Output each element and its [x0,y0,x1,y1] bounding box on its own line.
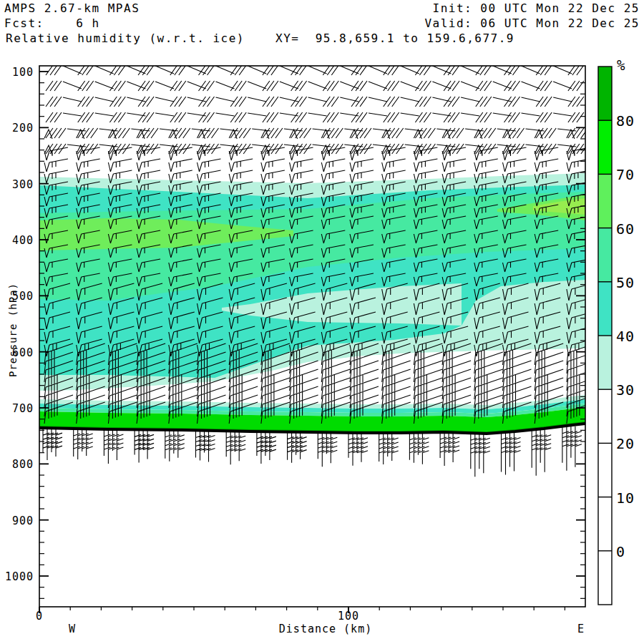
wind-barb [567,159,590,172]
wind-barb [291,81,327,91]
surface-wind-cluster [318,432,337,467]
wind-barb [291,97,327,107]
colorbar-segment [598,67,612,121]
wind-barb [291,112,327,122]
wind-barb [77,147,100,160]
wind-barb [170,65,206,75]
surface-wind-cluster [440,432,459,466]
wind-barb [535,128,576,139]
colorbar-tick-label: 10 [616,489,635,505]
wind-barb [263,97,298,107]
wind-barb [535,144,576,155]
wind-barb [170,112,206,122]
pressure-tick-label: 700 [0,402,34,414]
wind-barb [170,81,206,91]
wind-barb [199,81,235,91]
wind-barb [290,144,331,155]
wind-barb [351,81,387,91]
wind-barb [474,159,498,172]
wind-barb [108,147,132,160]
wind-barb [415,65,451,75]
wind-barb [230,81,266,91]
colorbar [598,67,612,605]
wind-barb [384,81,419,91]
wind-barb [503,144,545,155]
surface-wind-cluster [471,433,490,477]
x-axis-title: Distance (km) [268,623,383,635]
wind-barb [321,147,345,160]
pressure-tick-label: 900 [0,514,34,526]
wind-barb [109,97,145,107]
surface-wind-cluster [43,428,62,460]
wind-barb [78,112,114,122]
wind-barb [229,144,270,155]
wind-barb [290,128,331,139]
surface-wind-cluster [532,430,551,476]
wind-barb [169,147,192,160]
wind-barb [536,112,572,122]
surface-wind-cluster [135,429,154,462]
wind-barb [197,128,239,139]
wind-barb [229,159,253,172]
wind-barb [77,144,118,155]
pressure-tick-label: 800 [0,458,34,469]
wind-barb [535,147,558,160]
wind-barb [78,81,114,91]
wind-barb [442,147,466,160]
wind-barb [263,112,298,122]
wind-barb [382,159,406,172]
wind-barb [536,65,572,75]
wind-barb [444,97,479,107]
wind-barb [46,65,82,75]
wind-barb [350,147,374,160]
wind-barb [138,81,174,91]
wind-barb [44,144,86,155]
colorbar-segment [598,282,612,336]
wind-barb [77,128,118,139]
wind-barb [444,65,479,75]
colorbar-tick-label: 0 [616,543,625,559]
wind-barb [384,112,419,122]
wind-barb [261,170,285,183]
pressure-tick-label: 600 [0,346,34,358]
wind-barb [199,65,235,75]
colorbar-segment [598,389,612,444]
wind-barb [290,147,313,160]
wind-barb [230,97,266,107]
colorbar-tick-label: 30 [616,381,635,397]
wind-barb [263,65,298,75]
wind-barb [261,159,285,172]
colorbar-tick-label: 40 [616,328,635,343]
wind-barb [382,128,424,139]
colorbar-tick-label: 50 [616,274,635,290]
wind-barb [137,144,178,155]
wind-barb [138,97,174,107]
colorbar-tick-label: 70 [616,166,635,182]
wind-barb [138,65,174,75]
wind-barb [504,112,540,122]
wind-barb [536,81,572,91]
colorbar-segment [598,443,612,497]
wind-barb [170,97,206,107]
wind-barb [323,112,358,122]
wind-barb [291,65,327,75]
wind-barb [323,97,358,107]
wind-barb [503,159,527,172]
wind-barb [197,159,221,172]
wind-barb [350,144,391,155]
colorbar-segment [598,497,612,552]
colorbar-tick-label: 20 [616,435,635,451]
colorbar-tick-label: 80 [616,112,635,128]
wind-barb [504,65,540,75]
wind-barb [415,112,451,122]
wind-barb [414,147,437,160]
colorbar-unit: % [617,57,625,73]
wind-barb [169,159,192,172]
cross-section-plot-page: AMPS 2.67-km MPAS Fcst: 6 h Relative hum… [0,0,644,644]
pressure-tick-label: 400 [0,234,34,245]
wind-barb [199,97,235,107]
west-label: W [15,623,130,635]
wind-barb [384,65,419,75]
wind-barb [197,147,221,160]
wind-barb [109,112,145,122]
